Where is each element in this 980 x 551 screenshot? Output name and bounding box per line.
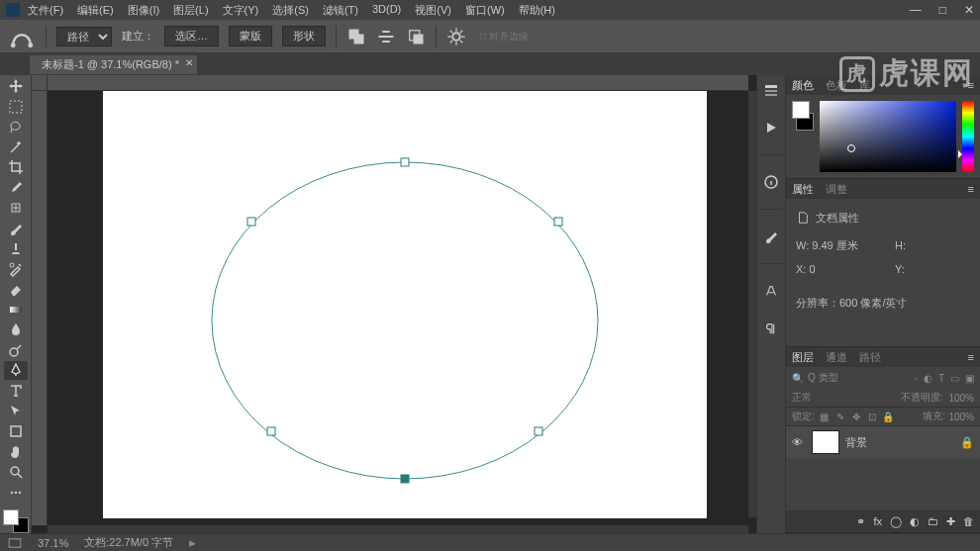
info-panel-icon[interactable]	[760, 171, 782, 193]
hue-slider-thumb[interactable]	[958, 150, 962, 158]
scrollbar-horizontal[interactable]	[48, 525, 748, 533]
path-select-tool[interactable]	[4, 402, 28, 420]
menu-select[interactable]: 选择(S)	[272, 3, 309, 18]
tab-paths[interactable]: 路径	[859, 350, 881, 365]
window-maximize[interactable]: □	[939, 3, 946, 17]
brush-settings-panel-icon[interactable]	[760, 226, 782, 247]
layer-thumbnail[interactable]	[812, 430, 839, 454]
make-shape-button[interactable]: 形状	[282, 26, 326, 46]
tab-channels[interactable]: 通道	[826, 350, 847, 365]
pen-tool[interactable]	[4, 361, 28, 380]
layer-filter[interactable]: 🔍 Q 类型	[792, 371, 908, 385]
document-tab[interactable]: 未标题-1 @ 37.1%(RGB/8) * ✕	[30, 55, 197, 74]
gradient-tool[interactable]	[4, 301, 28, 320]
magic-wand-tool[interactable]	[4, 138, 28, 157]
menu-view[interactable]: 视图(V)	[415, 3, 451, 18]
filter-adjust-icon[interactable]: ◐	[924, 373, 932, 384]
layer-item-background[interactable]: 👁 背景 🔒	[786, 426, 980, 458]
tab-swatches[interactable]: 色板	[826, 78, 847, 93]
window-minimize[interactable]: —	[910, 3, 922, 17]
hand-tool[interactable]	[4, 442, 28, 461]
new-layer-icon[interactable]: ✚	[946, 515, 955, 528]
ruler-horizontal[interactable]	[48, 75, 748, 91]
align-edges-checkbox[interactable]: □ 对齐边缘	[480, 30, 529, 44]
color-field[interactable]	[820, 101, 956, 172]
clone-stamp-tool[interactable]	[4, 239, 28, 258]
tab-color[interactable]: 颜色	[792, 78, 814, 93]
make-mask-button[interactable]: 蒙版	[229, 26, 272, 46]
history-brush-tool[interactable]	[4, 260, 28, 279]
visibility-icon[interactable]: 👁	[792, 436, 806, 448]
new-adjustment-icon[interactable]: ◐	[910, 515, 920, 528]
lock-transparency-icon[interactable]: ▦	[819, 411, 831, 422]
lock-icon[interactable]: 🔒	[960, 436, 974, 449]
edit-toolbar-button[interactable]	[4, 483, 28, 502]
crop-tool[interactable]	[4, 158, 28, 177]
document-canvas[interactable]	[103, 91, 707, 518]
spot-heal-tool[interactable]	[4, 199, 28, 218]
path-arrange-icon[interactable]	[406, 27, 426, 46]
link-layers-icon[interactable]: ⚭	[856, 515, 865, 528]
menu-window[interactable]: 窗口(W)	[465, 3, 505, 18]
filter-smart-icon[interactable]: ▣	[965, 373, 974, 384]
ruler-vertical[interactable]	[32, 91, 48, 525]
window-close[interactable]: ✕	[964, 3, 974, 17]
filter-shape-icon[interactable]: ▭	[950, 373, 959, 384]
character-panel-icon[interactable]	[760, 280, 782, 302]
gear-icon[interactable]	[446, 27, 466, 46]
panel-menu-icon[interactable]: ≡	[968, 351, 974, 363]
lock-paint-icon[interactable]: ✎	[834, 411, 846, 422]
menu-type[interactable]: 文字(Y)	[223, 3, 259, 18]
lock-artboard-icon[interactable]: ⊡	[866, 411, 878, 422]
make-selection-button[interactable]: 选区…	[164, 26, 219, 46]
foreground-color-swatch[interactable]	[3, 509, 19, 525]
layer-mask-icon[interactable]: ◯	[890, 515, 902, 528]
eraser-tool[interactable]	[4, 280, 28, 299]
type-tool[interactable]	[4, 382, 28, 401]
ruler-origin[interactable]	[32, 75, 48, 91]
path-align-icon[interactable]	[376, 27, 396, 46]
menu-layer[interactable]: 图层(L)	[173, 3, 208, 18]
layer-name[interactable]: 背景	[845, 435, 867, 450]
opacity-value[interactable]: 100%	[948, 393, 974, 404]
menu-image[interactable]: 图像(I)	[128, 3, 159, 18]
paragraph-panel-icon[interactable]	[760, 318, 782, 339]
menu-help[interactable]: 帮助(H)	[519, 3, 555, 18]
scrollbar-vertical[interactable]	[748, 91, 756, 517]
current-tool-icon[interactable]	[8, 27, 36, 46]
shape-tool[interactable]	[4, 422, 28, 441]
path-op-combine-icon[interactable]	[346, 27, 366, 46]
new-group-icon[interactable]: 🗀	[928, 515, 938, 527]
dodge-tool[interactable]	[4, 341, 28, 360]
status-arrow-icon[interactable]: ▶	[189, 538, 196, 548]
hue-slider[interactable]	[962, 101, 974, 172]
lock-all-icon[interactable]: 🔒	[882, 411, 894, 422]
close-icon[interactable]: ✕	[185, 57, 193, 68]
history-panel-icon[interactable]	[760, 79, 782, 101]
color-picker-ring[interactable]	[847, 144, 855, 152]
panel-menu-icon[interactable]: ≡	[968, 183, 974, 195]
status-zoom[interactable]: 37.1%	[38, 537, 68, 549]
panel-menu-icon[interactable]: ≡	[968, 79, 974, 91]
tab-properties[interactable]: 属性	[792, 182, 814, 197]
lock-position-icon[interactable]: ✥	[850, 411, 862, 422]
filter-type-icon[interactable]: T	[938, 373, 944, 384]
tab-libraries[interactable]: 库	[859, 78, 870, 93]
tab-layers[interactable]: 图层	[792, 350, 814, 365]
status-docinfo[interactable]: 文档:22.7M/0 字节	[84, 535, 173, 550]
menu-filter[interactable]: 滤镜(T)	[323, 3, 358, 18]
fill-value[interactable]: 100%	[948, 412, 974, 422]
delete-layer-icon[interactable]: 🗑	[963, 515, 974, 527]
filter-pixel-icon[interactable]: ▫	[914, 373, 918, 384]
blend-mode-select[interactable]: 正常	[792, 391, 812, 405]
actions-panel-icon[interactable]	[760, 117, 782, 138]
menu-file[interactable]: 文件(F)	[28, 3, 63, 18]
brush-tool[interactable]	[4, 220, 28, 238]
lasso-tool[interactable]	[4, 118, 28, 137]
marquee-tool[interactable]	[4, 98, 28, 117]
menu-edit[interactable]: 编辑(E)	[77, 3, 114, 18]
tab-adjustments[interactable]: 调整	[826, 182, 847, 197]
move-tool[interactable]	[4, 77, 28, 96]
layer-style-icon[interactable]: fx	[873, 515, 882, 527]
path-mode-select[interactable]: 路径	[56, 27, 112, 46]
